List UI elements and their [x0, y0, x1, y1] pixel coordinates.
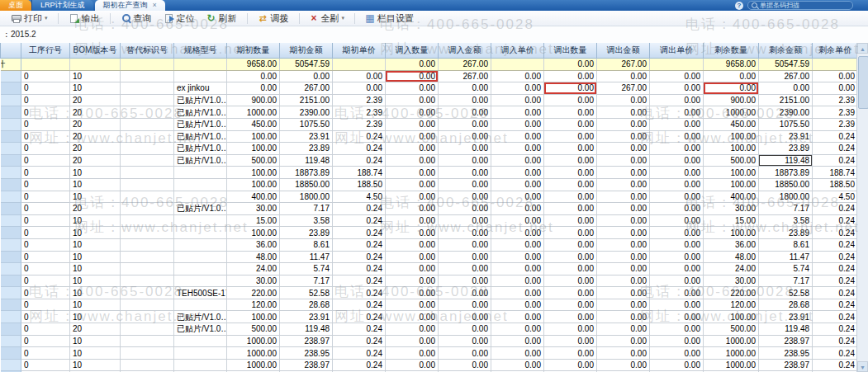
cell-syje[interactable]: 8.61 — [759, 238, 813, 251]
cell-syje[interactable]: 3.58 — [759, 214, 813, 227]
scrollbar-thumb[interactable] — [858, 56, 868, 109]
cell-ggxh[interactable] — [174, 238, 227, 251]
cell-qcje[interactable]: 23.89 — [280, 143, 333, 155]
cell-bom[interactable]: 20 — [70, 154, 121, 167]
cell-drdj[interactable]: 0.00 — [491, 94, 544, 106]
cell-dcje[interactable]: 267.00 — [597, 59, 650, 71]
cell-qcsl[interactable]: 0.00 — [227, 70, 280, 82]
cell-drje[interactable]: 0.00 — [439, 106, 491, 119]
cell-tdbs[interactable] — [121, 118, 174, 130]
cell-dcdj[interactable]: 0.00 — [650, 275, 704, 287]
cell-qcsl[interactable]: 36.00 — [227, 238, 280, 251]
cell-qcsl[interactable]: 1000.00 — [227, 347, 280, 360]
cell-bom[interactable]: 10 — [70, 359, 121, 371]
cell-dcdj[interactable]: 0.00 — [650, 203, 704, 215]
cell-dcsl[interactable]: 0.00 — [544, 94, 597, 106]
cell-qcdj[interactable]: 2.39 — [333, 106, 386, 119]
cell-sydj[interactable]: 0.24 — [813, 227, 857, 239]
row-selector[interactable] — [1, 275, 21, 287]
cell-drdj[interactable]: 0.00 — [491, 335, 544, 347]
cell-qcdj[interactable]: 0.24 — [333, 275, 386, 287]
cell-drsl[interactable]: 0.00 — [386, 130, 439, 143]
cell-qcje[interactable]: 119.48 — [280, 323, 333, 336]
cell-qcsl[interactable]: 100.00 — [227, 130, 280, 143]
cell-drdj[interactable]: 0.00 — [491, 154, 544, 167]
cell-qcsl[interactable]: 450.00 — [227, 118, 280, 130]
cell-syje[interactable]: 0.00 — [759, 82, 813, 95]
row-selector[interactable] — [1, 70, 21, 82]
cell-drje[interactable]: 0.00 — [439, 118, 491, 130]
cell-dcdj[interactable]: 0.00 — [650, 130, 704, 143]
cell-syje[interactable]: 119.48 — [759, 323, 813, 336]
cell-gxhh[interactable]: 0 — [21, 299, 70, 311]
cell-dcje[interactable]: 0.00 — [597, 299, 650, 311]
cell-dcje[interactable]: 0.00 — [597, 94, 650, 106]
cell-drsl[interactable]: 0.00 — [386, 311, 439, 323]
cell-dcsl[interactable]: 0.00 — [544, 359, 597, 371]
cell-gxhh[interactable]: 0 — [21, 347, 70, 360]
cell-dcje[interactable]: 0.00 — [597, 359, 650, 371]
cell-sydj[interactable]: 2.39 — [813, 94, 857, 106]
cell-gxhh[interactable] — [21, 59, 70, 71]
row-selector[interactable] — [1, 359, 21, 371]
cell-dcsl[interactable]: 0.00 — [544, 323, 597, 336]
cell-qcje[interactable]: 3.58 — [280, 214, 333, 227]
cell-dcdj[interactable]: 0.00 — [650, 263, 704, 275]
cell-drdj[interactable]: 0.00 — [491, 70, 544, 82]
cell-drsl[interactable]: 0.00 — [386, 191, 439, 203]
cell-dcsl[interactable]: 0.00 — [544, 335, 597, 347]
cell-ggxh[interactable] — [174, 70, 227, 82]
cell-bom[interactable]: 20 — [70, 203, 121, 215]
row-selector[interactable] — [1, 335, 21, 347]
row-selector[interactable]: 合计 — [1, 59, 21, 71]
cell-bom[interactable]: 10 — [70, 311, 121, 323]
cell-qcje[interactable]: 7.17 — [280, 275, 333, 287]
cell-ggxh[interactable] — [174, 347, 227, 360]
cell-dcsl[interactable]: 0.00 — [544, 130, 597, 143]
column-header[interactable]: 调入数量 — [386, 43, 439, 59]
cell-tdbs[interactable] — [121, 191, 174, 203]
cell-dcsl[interactable]: 0.00 — [544, 143, 597, 155]
cell-gxhh[interactable]: 0 — [21, 311, 70, 323]
cell-gxhh[interactable]: 0 — [21, 106, 70, 119]
cell-drsl[interactable]: 0.00 — [386, 275, 439, 287]
cell-sydj[interactable]: 0.24 — [813, 347, 857, 360]
cell-dcje[interactable]: 0.00 — [597, 311, 650, 323]
cell-syje[interactable]: 267.00 — [759, 70, 813, 82]
cell-drsl[interactable]: 0.00 — [386, 287, 439, 299]
cell-qcsl[interactable]: 500.00 — [227, 323, 280, 336]
remove-all-button[interactable]: × 全剔 ▾ — [304, 11, 351, 26]
cell-gxhh[interactable]: 0 — [21, 275, 70, 287]
cell-drje[interactable]: 0.00 — [439, 251, 491, 263]
column-header[interactable]: BOM版本号 — [70, 43, 121, 59]
cell-qcdj[interactable]: 0.24 — [333, 227, 386, 239]
cell-syje[interactable]: 238.97 — [759, 335, 813, 347]
cell-sysl[interactable]: 1000.00 — [704, 335, 759, 347]
cell-dcdj[interactable]: 0.00 — [650, 154, 704, 167]
cell-tdbs[interactable] — [121, 227, 174, 239]
cell-sysl[interactable]: 48.00 — [704, 251, 759, 263]
cell-qcdj[interactable]: 0.24 — [333, 335, 386, 347]
cell-qcsl[interactable]: 120.00 — [227, 299, 280, 311]
cell-qcje[interactable]: 0.00 — [280, 70, 333, 82]
cell-gxhh[interactable]: 0 — [21, 227, 70, 239]
cell-qcsl[interactable]: 100.00 — [227, 167, 280, 179]
cell-dcje[interactable]: 0.00 — [597, 214, 650, 227]
cell-sydj[interactable]: 0.24 — [813, 323, 857, 336]
row-selector[interactable] — [1, 323, 21, 336]
cell-sydj[interactable]: 0.24 — [813, 130, 857, 143]
cell-dcsl[interactable]: 0.00 — [544, 191, 597, 203]
cell-dcdj[interactable]: 0.00 — [650, 311, 704, 323]
cell-drje[interactable]: 267.00 — [439, 59, 491, 71]
cell-drdj[interactable]: 0.00 — [491, 178, 544, 191]
cell-drdj[interactable]: 0.00 — [491, 263, 544, 275]
cell-ggxh[interactable]: 已贴片/V1.0… — [174, 143, 227, 155]
cell-syje[interactable]: 50547.59 — [759, 59, 813, 71]
cell-sydj[interactable]: 0.24 — [813, 287, 857, 299]
cell-bom[interactable]: 10 — [70, 214, 121, 227]
cell-syje[interactable]: 23.89 — [759, 143, 813, 155]
cell-sysl[interactable]: 100.00 — [704, 178, 759, 191]
cell-qcje[interactable]: 1800.00 — [280, 191, 333, 203]
cell-sysl[interactable]: 9658.00 — [704, 59, 759, 71]
cell-syje[interactable]: 2390.00 — [759, 106, 813, 119]
